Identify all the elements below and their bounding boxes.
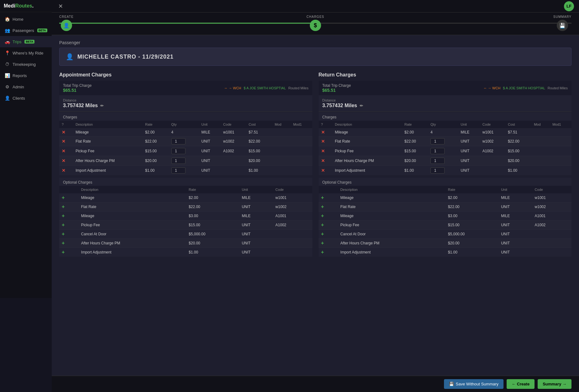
- table-row: ✕ Flat Rate $22.00 UNIT w1002 $22.00: [59, 137, 312, 146]
- sidebar-item-home[interactable]: 🏠 Home: [0, 13, 52, 25]
- list-item: + Cancel At Door $5,000.00 UNIT: [59, 230, 312, 239]
- sidebar-item-timekeeping[interactable]: ⏱ Timekeeping: [0, 59, 52, 70]
- return-amount: $65.51: [322, 88, 351, 93]
- ret-opt-col-desc: Description: [338, 186, 445, 193]
- qty-input[interactable]: [430, 138, 445, 144]
- return-col-rate: Rate: [402, 121, 428, 128]
- passenger-section-title: Passenger: [59, 40, 571, 45]
- return-col-cost: Cost: [505, 121, 531, 128]
- passengers-icon: 👥: [4, 28, 10, 33]
- create-button[interactable]: ← Create: [507, 379, 535, 389]
- delete-icon[interactable]: ✕: [62, 139, 65, 144]
- summary-step-icon[interactable]: 💾: [557, 20, 568, 31]
- appointment-col-code: Code: [221, 121, 246, 128]
- progress-step-create: CREATE 👤: [59, 15, 74, 31]
- close-button[interactable]: ✕: [57, 3, 64, 10]
- sidebar-item-admin[interactable]: ⚙ Admin: [0, 81, 52, 92]
- table-row: ✕ After Hours Charge PM $20.00 UNIT $20.…: [59, 156, 312, 166]
- appointment-col-rate: Rate: [143, 121, 169, 128]
- sidebar-item-label: Trips: [13, 39, 21, 44]
- add-icon[interactable]: +: [321, 249, 324, 255]
- clients-icon: 👤: [4, 96, 10, 101]
- table-row: ✕ Mileage $2.00 4 MILE w1001 $7.51: [319, 128, 572, 137]
- delete-icon[interactable]: ✕: [321, 139, 325, 144]
- return-col-mod: Mod: [531, 121, 550, 128]
- add-icon[interactable]: +: [321, 222, 324, 227]
- add-icon[interactable]: +: [321, 231, 324, 237]
- return-charges-label: Charges: [319, 112, 572, 121]
- delete-icon[interactable]: ✕: [321, 130, 325, 135]
- list-item: + Import Adjustment $1.00 UNIT: [59, 248, 312, 257]
- table-row: ✕ Mileage $2.00 4 MILE w1001 $7.51: [59, 128, 312, 137]
- return-optional-table: Description Rate Unit Code + Mileage $2.…: [319, 186, 572, 257]
- appointment-wch-tag: ↔ → WCH: [224, 86, 241, 90]
- add-icon[interactable]: +: [62, 240, 65, 246]
- delete-icon[interactable]: ✕: [321, 158, 325, 163]
- appointment-distance-label: Distance: [63, 98, 309, 102]
- table-row: ✕ Pickup Fee $15.00 UNIT A1002 $15.00: [59, 146, 312, 156]
- appointment-title: Appointment Charges: [59, 72, 312, 78]
- add-icon[interactable]: +: [321, 240, 324, 246]
- add-icon[interactable]: +: [321, 213, 324, 218]
- appointment-col-mod: Mod: [272, 121, 291, 128]
- home-icon: 🏠: [4, 17, 10, 22]
- add-icon[interactable]: +: [62, 249, 65, 255]
- qty-input[interactable]: [171, 167, 185, 174]
- save-icon: 💾: [449, 382, 454, 386]
- list-item: + Mileage $3.00 MILE A1001: [319, 212, 572, 221]
- qty-input[interactable]: [171, 138, 185, 144]
- appointment-charges-column: Appointment Charges Total Trip Charge $6…: [59, 72, 312, 257]
- qty-input[interactable]: [430, 167, 445, 174]
- sidebar-item-label: Passengers: [13, 28, 34, 33]
- delete-icon[interactable]: ✕: [62, 130, 65, 135]
- sidebar-item-reports[interactable]: 📊 Reports: [0, 70, 52, 81]
- add-icon[interactable]: +: [62, 231, 65, 237]
- appointment-optional-section: Optional Charges Description Rate Unit C…: [59, 178, 312, 257]
- sidebar: MediRoutes. 🏠 Home 👥 Passengers BETA 🚗 T…: [0, 0, 52, 392]
- return-title: Return Charges: [319, 72, 572, 78]
- delete-icon[interactable]: ✕: [62, 168, 65, 173]
- delete-icon[interactable]: ✕: [321, 149, 325, 154]
- return-charges-table-container: Charges ? Description Rate Qty Unit Code…: [319, 112, 572, 175]
- return-col-help: ?: [319, 121, 332, 128]
- opt-col-add: [59, 186, 79, 193]
- ret-opt-col-rate: Rate: [446, 186, 498, 193]
- qty-input[interactable]: [430, 148, 445, 154]
- charges-step-icon[interactable]: $: [310, 20, 321, 31]
- summary-button[interactable]: Summary →: [538, 379, 571, 389]
- progress-line-filled: [59, 23, 316, 24]
- main-content: ✕ LF CREATE 👤 CHARGES $ SUMMARY 💾: [52, 0, 579, 392]
- qty-input[interactable]: [171, 158, 185, 164]
- add-icon[interactable]: +: [62, 204, 65, 209]
- progress-steps: CREATE 👤 CHARGES $ SUMMARY 💾: [59, 15, 571, 31]
- delete-icon[interactable]: ✕: [321, 168, 325, 173]
- sidebar-item-trips[interactable]: 🚗 Trips BETA: [0, 36, 52, 47]
- save-without-summary-button[interactable]: 💾 Save Without Summary: [444, 379, 504, 389]
- return-col-qty: Qty: [428, 121, 458, 128]
- sidebar-item-wheres-my-ride[interactable]: 📍 Where's My Ride: [0, 47, 52, 59]
- return-col-unit: Unit: [458, 121, 480, 128]
- sidebar-item-passengers[interactable]: 👥 Passengers BETA: [0, 25, 52, 36]
- return-col-code: Code: [480, 121, 505, 128]
- passenger-card: 👤 MICHELLE CASTRO - 11/29/2021: [59, 48, 571, 66]
- delete-icon[interactable]: ✕: [62, 149, 65, 154]
- add-icon[interactable]: +: [62, 195, 65, 200]
- qty-input[interactable]: [171, 148, 185, 154]
- trips-badge: BETA: [24, 40, 34, 44]
- sidebar-item-clients[interactable]: 👤 Clients: [0, 92, 52, 104]
- appointment-trip-header: Total Trip Charge $65.51 ↔ → WCH $ A JOE…: [59, 81, 312, 95]
- return-tags: ↔ → WCH $ A JOE SMITH HOSPTIAL Routed Mi…: [483, 86, 568, 90]
- return-trip-header: Total Trip Charge $65.51 ↔ → WCH $ A JOE…: [319, 81, 572, 95]
- add-icon[interactable]: +: [62, 213, 65, 218]
- return-distance-edit-icon[interactable]: ✏: [360, 103, 363, 108]
- delete-icon[interactable]: ✕: [62, 158, 65, 163]
- add-icon[interactable]: +: [62, 222, 65, 227]
- create-step-icon[interactable]: 👤: [61, 20, 72, 31]
- appointment-distance-edit-icon[interactable]: ✏: [100, 103, 104, 108]
- table-row: ✕ After Hours Charge PM $20.00 UNIT $20.…: [319, 156, 572, 166]
- ret-opt-col-add: [319, 186, 338, 193]
- qty-input[interactable]: [430, 158, 445, 164]
- add-icon[interactable]: +: [321, 195, 324, 200]
- add-icon[interactable]: +: [321, 204, 324, 209]
- content-area: Passenger 👤 MICHELLE CASTRO - 11/29/2021…: [52, 35, 579, 392]
